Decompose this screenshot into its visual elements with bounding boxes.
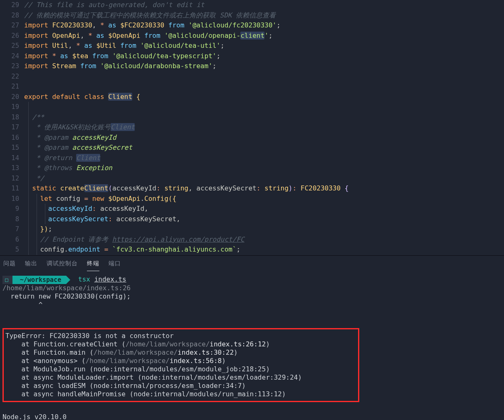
code-line[interactable]: * @param accessKeyId <box>24 133 504 143</box>
terminal-line: Node.js v20.10.0 <box>2 413 502 420</box>
terminal-arg: index.ts <box>94 275 126 283</box>
bottom-panel: 问题输出调试控制台终端端口 □~/workspace tsx index.ts/… <box>0 255 504 420</box>
code-line[interactable]: * @throws Exception <box>24 163 504 173</box>
code-line[interactable]: accessKeyId: accessKeyId, <box>24 204 504 214</box>
terminal[interactable]: □~/workspace tsx index.ts/home/liam/work… <box>0 271 504 420</box>
terminal-line: at async handleMainPromise (node:interna… <box>5 390 356 398</box>
code-line[interactable]: import Stream from '@alicloud/darabonba-… <box>24 61 504 72</box>
terminal-line: at ModuleJob.run (node:internal/modules/… <box>5 365 356 373</box>
code-line[interactable]: */ <box>24 173 504 184</box>
terminal-line: /home/liam/workspace/index.ts:26 <box>2 284 502 292</box>
terminal-command: tsx <box>78 275 90 283</box>
terminal-line <box>2 309 502 317</box>
code-area[interactable]: // This file is auto-generated, don't ed… <box>24 0 504 255</box>
code-line[interactable]: // This file is auto-generated, don't ed… <box>24 0 504 10</box>
terminal-line: ^ <box>2 301 502 309</box>
code-line[interactable]: /** <box>24 112 504 123</box>
terminal-line: at Function.createClient (/home/liam/wor… <box>5 340 356 348</box>
code-line[interactable]: import OpenApi, * as $OpenApi from '@ali… <box>24 31 504 41</box>
panel-tabs: 问题输出调试控制台终端端口 <box>0 256 504 271</box>
code-line[interactable]: // Endpoint 请参考 https://api.aliyun.com/p… <box>24 235 504 245</box>
code-line[interactable]: static createClient(accessKeyId: string,… <box>24 183 504 194</box>
code-line[interactable]: import Util, * as $Util from '@alicloud/… <box>24 41 504 51</box>
code-line[interactable]: config.endpoint = `fcv3.cn-shanghai.aliy… <box>24 245 504 255</box>
terminal-line <box>2 405 502 413</box>
error-box: TypeError: FC20230330 is not a construct… <box>2 328 359 402</box>
terminal-line: at async ModuleLoader.import (node:inter… <box>5 373 356 382</box>
code-line[interactable]: import FC20230330, * as $FC20230330 from… <box>24 20 504 31</box>
terminal-line <box>2 317 502 326</box>
line-gutter: 2928272625242322212019181716151413121110… <box>0 0 24 255</box>
code-line[interactable]: import * as $tea from '@alicloud/tea-typ… <box>24 51 504 62</box>
prompt-indicator-icon: □ <box>2 276 12 284</box>
terminal-line: at async loadESM (node:internal/process/… <box>5 382 356 390</box>
code-line[interactable]: export default class Client { <box>24 92 504 102</box>
code-line[interactable] <box>24 72 504 82</box>
code-line[interactable] <box>24 82 504 92</box>
panel-tab[interactable]: 问题 <box>3 260 16 271</box>
panel-tab[interactable]: 终端 <box>87 260 99 271</box>
panel-tab[interactable]: 输出 <box>25 260 37 271</box>
terminal-line: at Function.main (/home/liam/workspace/i… <box>5 348 356 357</box>
code-line[interactable]: accessKeySecret: accessKeySecret, <box>24 214 504 225</box>
terminal-line: return new FC20230330(config); <box>2 292 502 301</box>
panel-tab[interactable]: 端口 <box>109 260 121 271</box>
terminal-line: TypeError: FC20230330 is not a construct… <box>5 332 356 340</box>
code-line[interactable]: // 依赖的模块可通过下载工程中的模块依赖文件或右上角的获取 SDK 依赖信息查… <box>24 10 504 21</box>
code-line[interactable]: * 使用AK&SK初始化账号Client <box>24 122 504 133</box>
code-line[interactable]: let config = new $OpenApi.Config({ <box>24 194 504 204</box>
code-line[interactable]: }); <box>24 224 504 235</box>
terminal-prompt[interactable]: □~/workspace tsx index.ts <box>2 275 502 284</box>
prompt-path: ~/workspace <box>12 276 66 284</box>
panel-tab[interactable]: 调试控制台 <box>47 260 78 271</box>
code-editor[interactable]: 2928272625242322212019181716151413121110… <box>0 0 504 255</box>
code-line[interactable]: * @return Client <box>24 153 504 163</box>
code-line[interactable] <box>24 102 504 112</box>
code-line[interactable]: * @param accessKeySecret <box>24 143 504 153</box>
terminal-line: at <anonymous> (/home/liam/workspace/ind… <box>5 357 356 365</box>
